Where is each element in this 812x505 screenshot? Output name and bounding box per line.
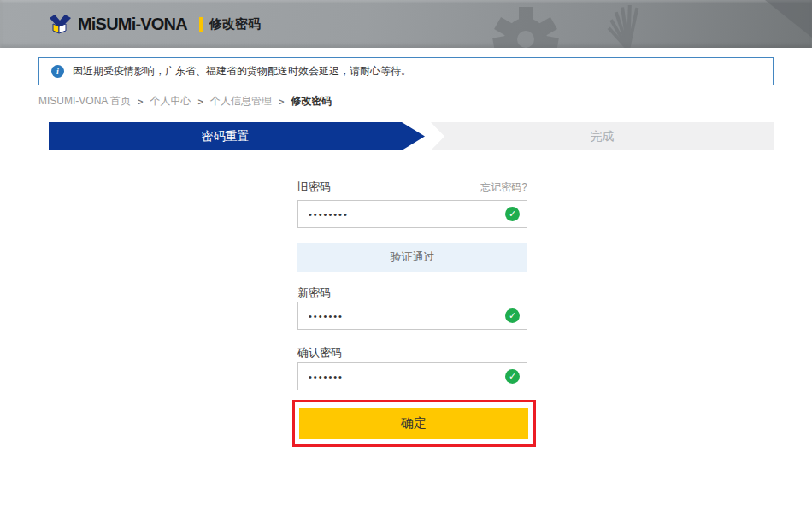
header-logo-row: MiSUMi-VONA 修改密码 [49, 0, 261, 48]
new-password-label: 新密码 [297, 285, 331, 301]
password-change-page: MiSUMi-VONA 修改密码 i 因近期受疫情影响，广东省、福建省的货物配送… [0, 0, 812, 505]
confirm-password-label: 确认密码 [297, 345, 342, 361]
confirm-button[interactable]: 确定 [299, 408, 528, 439]
breadcrumb-separator: > [197, 97, 203, 107]
logo-wordmark[interactable]: MiSUMi-VONA [78, 15, 187, 34]
valid-check-icon: ✓ [505, 207, 520, 221]
breadcrumb-my-page[interactable]: 个人中心 [150, 94, 191, 109]
step-complete: 完成 [431, 122, 774, 150]
valid-check-icon: ✓ [505, 308, 520, 323]
breadcrumb-home[interactable]: MISUMI-VONA 首页 [38, 94, 131, 109]
shipping-notice-banner: i 因近期受疫情影响，广东省、福建省的货物配送时效会延迟，请耐心等待。 [38, 57, 774, 85]
new-password-field-wrap: ✓ [297, 302, 527, 330]
breadcrumb-account-info[interactable]: 个人信息管理 [210, 94, 272, 109]
progress-steps: 密码重置 完成 [0, 122, 812, 150]
confirm-password-field-wrap: ✓ [297, 362, 527, 390]
confirm-password-input[interactable] [297, 362, 527, 390]
old-password-input[interactable] [297, 200, 527, 228]
page-title: 修改密码 [209, 16, 261, 32]
step-password-reset: 密码重置 [49, 122, 425, 150]
breadcrumb-separator: > [279, 97, 284, 107]
misumi-logo-icon [49, 14, 72, 34]
breadcrumb-current: 修改密码 [291, 94, 332, 109]
new-password-input[interactable] [297, 302, 527, 330]
old-password-field-wrap: ✓ [297, 200, 527, 228]
gear-artwork [444, 0, 812, 48]
breadcrumb: MISUMI-VONA 首页 > 个人中心 > 个人信息管理 > 修改密码 [38, 94, 332, 109]
forgot-password-link[interactable]: 忘记密码? [297, 180, 527, 195]
notice-text: 因近期受疫情影响，广东省、福建省的货物配送时效会延迟，请耐心等待。 [73, 64, 411, 79]
breadcrumb-separator: > [138, 97, 143, 107]
verify-passed-status: 验证通过 [297, 243, 527, 272]
top-banner: MiSUMi-VONA 修改密码 [0, 0, 812, 48]
title-accent-bar [199, 17, 203, 32]
valid-check-icon: ✓ [505, 369, 520, 384]
info-icon: i [51, 65, 64, 78]
